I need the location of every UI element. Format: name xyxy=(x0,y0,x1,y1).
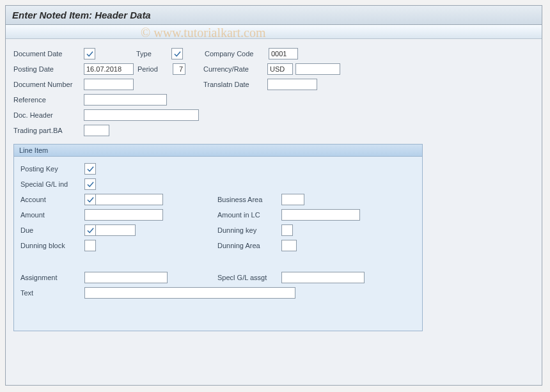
header-row-3: Document Number Translatn Date xyxy=(13,77,534,91)
account-input[interactable] xyxy=(96,194,163,205)
doc-header-label: Doc. Header xyxy=(13,111,84,119)
business-area-input[interactable] xyxy=(281,194,304,205)
document-date-input[interactable] xyxy=(84,48,95,59)
application-toolbar xyxy=(6,25,542,39)
amount-in-lc-label: Amount in LC xyxy=(217,211,281,219)
required-check-icon xyxy=(87,166,94,173)
reference-label: Reference xyxy=(13,96,84,104)
company-code-label: Company Code xyxy=(205,50,269,58)
header-row-4: Reference xyxy=(13,93,534,107)
required-check-icon xyxy=(87,181,94,188)
header-row-5: Doc. Header xyxy=(13,108,534,122)
dunning-key-label: Dunning key xyxy=(217,226,281,234)
amount-in-lc-input[interactable] xyxy=(281,209,360,221)
due-input[interactable] xyxy=(96,224,136,236)
translatn-date-label: Translatn Date xyxy=(203,81,267,88)
required-check-icon xyxy=(87,227,94,234)
assignment-input[interactable] xyxy=(84,272,168,283)
specl-gl-assgt-input[interactable] xyxy=(281,272,365,283)
type-label: Type xyxy=(136,50,171,58)
dunning-block-input[interactable] xyxy=(84,240,96,251)
posting-date-input[interactable] xyxy=(84,63,134,75)
posting-date-label: Posting Date xyxy=(13,65,84,73)
required-check-icon xyxy=(86,51,93,58)
account-required-icon xyxy=(84,194,96,205)
document-date-label: Document Date xyxy=(13,50,84,58)
doc-header-input[interactable] xyxy=(84,109,199,121)
required-check-icon xyxy=(87,196,94,203)
translatn-date-input[interactable] xyxy=(267,79,317,90)
business-area-label: Business Area xyxy=(217,196,281,203)
text-label: Text xyxy=(20,289,84,297)
due-label: Due xyxy=(20,226,84,234)
header-row-1: Document Date Type Company Code xyxy=(13,47,534,61)
type-input[interactable] xyxy=(171,48,183,59)
assignment-label: Assignment xyxy=(20,274,84,281)
line-item-title: Line Item xyxy=(14,145,422,157)
text-input[interactable] xyxy=(84,287,295,299)
due-required-icon xyxy=(84,224,96,236)
document-number-label: Document Number xyxy=(13,81,84,88)
trading-part-ba-label: Trading part.BA xyxy=(13,127,84,134)
amount-input[interactable] xyxy=(84,209,163,221)
special-gl-ind-label: Special G/L ind xyxy=(20,180,84,188)
posting-key-label: Posting Key xyxy=(20,165,84,173)
posting-key-input[interactable] xyxy=(84,163,96,175)
dunning-block-label: Dunning block xyxy=(20,242,84,249)
required-check-icon xyxy=(174,51,181,58)
line-item-body: Posting Key Special G/L ind Account xyxy=(14,157,422,331)
company-code-input[interactable] xyxy=(269,48,298,59)
special-gl-ind-input[interactable] xyxy=(84,178,96,190)
currency-input[interactable] xyxy=(267,63,293,75)
page-title: Enter Noted Item: Header Data xyxy=(6,6,542,25)
header-row-2: Posting Date Period Currency/Rate xyxy=(13,62,534,76)
period-label: Period xyxy=(138,65,173,73)
specl-gl-assgt-label: Specl G/L assgt xyxy=(217,274,281,281)
rate-input[interactable] xyxy=(295,63,340,75)
period-input[interactable] xyxy=(173,63,185,75)
content-area: Document Date Type Company Code Posting … xyxy=(6,39,542,339)
currency-rate-label: Currency/Rate xyxy=(203,65,267,73)
dunning-area-label: Dunning Area xyxy=(217,242,281,249)
reference-input[interactable] xyxy=(84,94,167,106)
document-number-input[interactable] xyxy=(84,79,134,90)
line-item-group: Line Item Posting Key Special G/L ind Ac… xyxy=(13,144,423,331)
dunning-key-input[interactable] xyxy=(281,224,293,236)
amount-label: Amount xyxy=(20,211,84,219)
dunning-area-input[interactable] xyxy=(281,240,297,251)
trading-part-ba-input[interactable] xyxy=(84,125,109,136)
account-label: Account xyxy=(20,196,84,203)
sap-window: Enter Noted Item: Header Data © www.tuto… xyxy=(5,5,542,386)
header-row-6: Trading part.BA xyxy=(13,123,534,137)
